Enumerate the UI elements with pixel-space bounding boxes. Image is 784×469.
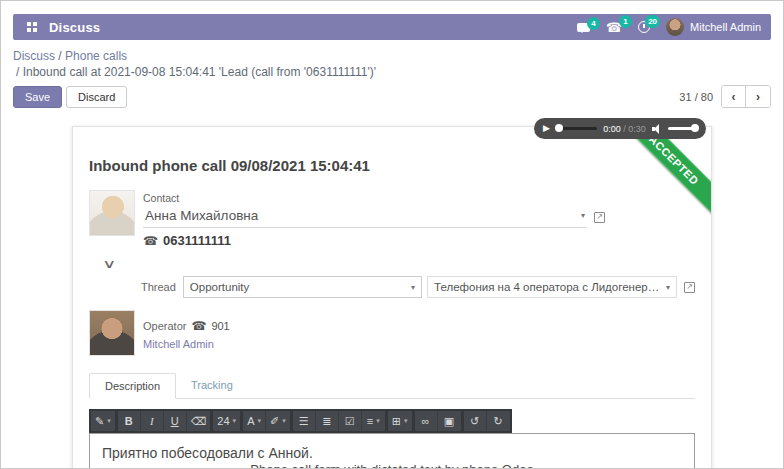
image-button[interactable]: ▣ bbox=[438, 411, 461, 431]
link-button[interactable]: ∞ bbox=[415, 411, 438, 431]
volume-icon[interactable] bbox=[652, 124, 662, 134]
form-sheet: ▶ 0:00 / 0:30 ACCEPTED Inbound phone cal… bbox=[72, 126, 712, 469]
phone-receiver-icon: ☎ bbox=[143, 234, 158, 248]
contact-phone-link[interactable]: 0631111111 bbox=[163, 233, 231, 248]
unordered-list-button[interactable]: ☰ bbox=[293, 411, 316, 431]
notebook-tabs: Description Tracking bbox=[89, 372, 695, 399]
style-button[interactable]: ✎▾ bbox=[91, 411, 115, 431]
seek-handle[interactable] bbox=[555, 124, 563, 132]
contact-value[interactable]: Анна Михайловна bbox=[145, 208, 575, 223]
volume-bar[interactable] bbox=[668, 127, 697, 130]
chevron-down-icon: ▾ bbox=[411, 283, 415, 292]
contact-section: Contact Анна Михайловна ▾ ↗ ☎ 0631111111 bbox=[89, 190, 695, 248]
app-window: Discuss 4 ☎ 1 20 Mitchell Admin Discuss bbox=[0, 0, 784, 469]
table-button[interactable]: ⊞▾ bbox=[388, 411, 412, 431]
thread-model-select[interactable]: Opportunity ▾ bbox=[183, 276, 422, 298]
top-navbar: Discuss 4 ☎ 1 20 Mitchell Admin bbox=[13, 14, 771, 40]
redo-button[interactable]: ↻ bbox=[487, 411, 510, 431]
operator-avatar bbox=[89, 310, 135, 356]
user-avatar bbox=[666, 18, 684, 36]
thread-record-field[interactable]: Телефония на 4 оператора с Лидогенерацие… bbox=[427, 276, 677, 298]
breadcrumb-discuss[interactable]: Discuss bbox=[13, 49, 55, 63]
external-link-icon[interactable]: ↗ bbox=[594, 212, 605, 223]
apps-grid-icon[interactable] bbox=[27, 22, 37, 32]
contact-label: Contact bbox=[143, 192, 605, 204]
font-size-button[interactable]: 24▾ bbox=[213, 411, 240, 431]
pager-prev-button[interactable]: ‹ bbox=[722, 86, 746, 107]
thread-record-value: Телефония на 4 оператора с Лидогенерацие… bbox=[434, 281, 660, 293]
checklist-button[interactable]: ☑ bbox=[339, 411, 362, 431]
external-link-icon[interactable]: ↗ bbox=[684, 282, 695, 293]
play-button[interactable]: ▶ bbox=[543, 124, 550, 133]
pager: 31 / 80 ‹ › bbox=[679, 85, 771, 108]
app-title[interactable]: Discuss bbox=[49, 20, 100, 35]
thread-label: Thread bbox=[141, 281, 176, 293]
activities-button[interactable]: 20 bbox=[638, 21, 650, 33]
current-time: 0:00 bbox=[603, 124, 621, 134]
messages-button[interactable]: 4 bbox=[577, 23, 590, 32]
ordered-list-button[interactable]: ≣ bbox=[316, 411, 339, 431]
highlight-color-button[interactable]: ✐▾ bbox=[266, 411, 290, 431]
breadcrumb-phone-calls[interactable]: Phone calls bbox=[65, 49, 127, 63]
tab-tracking[interactable]: Tracking bbox=[176, 373, 248, 399]
expand-chevron-icon[interactable]: ∨ bbox=[102, 257, 116, 271]
breadcrumb-separator: / bbox=[58, 49, 61, 63]
save-button[interactable]: Save bbox=[13, 86, 62, 108]
activities-badge: 20 bbox=[645, 15, 660, 28]
seek-bar[interactable] bbox=[556, 127, 597, 130]
action-bar: Save Discard 31 / 80 ‹ › bbox=[13, 85, 771, 108]
discard-button[interactable]: Discard bbox=[66, 86, 127, 108]
underline-button[interactable]: U bbox=[164, 411, 187, 431]
undo-button[interactable]: ↺ bbox=[464, 411, 487, 431]
pager-value: 31 / 80 bbox=[679, 91, 713, 103]
accepted-ribbon: ACCEPTED bbox=[619, 127, 711, 219]
editor-toolbar: ✎▾ B I U ⌫ 24▾ A▾ ✐▾ ☰ ≣ ☑ bbox=[89, 409, 512, 433]
messages-badge: 4 bbox=[587, 17, 600, 30]
user-menu[interactable]: Mitchell Admin bbox=[666, 18, 761, 36]
chevron-down-icon[interactable]: ▾ bbox=[666, 283, 670, 292]
page-title: Inbound phone call 09/08/2021 15:04:41 bbox=[89, 157, 695, 174]
thread-section: Thread Opportunity ▾ Телефония на 4 опер… bbox=[141, 276, 695, 298]
contact-field[interactable]: Анна Михайловна ▾ bbox=[143, 206, 587, 228]
remove-format-button[interactable]: ⌫ bbox=[187, 411, 211, 431]
duration: / 0:30 bbox=[623, 124, 646, 134]
image-caption: Phone call form with dictated text by ph… bbox=[1, 462, 783, 469]
breadcrumb-current: / Inbound call at 2021-09-08 15:04:41 'L… bbox=[16, 64, 771, 80]
operator-user-link[interactable]: Mitchell Admin bbox=[143, 338, 230, 350]
pager-next-button[interactable]: › bbox=[746, 86, 770, 107]
operator-label: Operator bbox=[143, 320, 186, 332]
align-button[interactable]: ≡▾ bbox=[362, 411, 385, 431]
calls-badge: 1 bbox=[619, 15, 632, 28]
italic-button[interactable]: I bbox=[141, 411, 164, 431]
thread-model-value: Opportunity bbox=[190, 281, 249, 293]
contact-avatar bbox=[89, 190, 135, 236]
text-color-button[interactable]: A▾ bbox=[243, 411, 266, 431]
operator-extension: 901 bbox=[211, 320, 229, 332]
main-content: ▶ 0:00 / 0:30 ACCEPTED Inbound phone cal… bbox=[13, 126, 771, 469]
operator-section: Operator ☎ 901 Mitchell Admin bbox=[89, 310, 695, 356]
status-ribbon-container: ACCEPTED bbox=[619, 127, 711, 219]
audio-player: ▶ 0:00 / 0:30 bbox=[534, 118, 706, 139]
user-name: Mitchell Admin bbox=[690, 21, 761, 33]
tab-description[interactable]: Description bbox=[89, 373, 176, 399]
chevron-down-icon[interactable]: ▾ bbox=[581, 211, 585, 220]
phone-receiver-icon: ☎ bbox=[191, 319, 206, 333]
breadcrumb: Discuss / Phone calls / Inbound call at … bbox=[13, 48, 771, 80]
calls-button[interactable]: ☎ 1 bbox=[606, 21, 622, 34]
volume-handle[interactable] bbox=[691, 124, 699, 132]
bold-button[interactable]: B bbox=[118, 411, 141, 431]
player-time: 0:00 / 0:30 bbox=[603, 124, 646, 134]
